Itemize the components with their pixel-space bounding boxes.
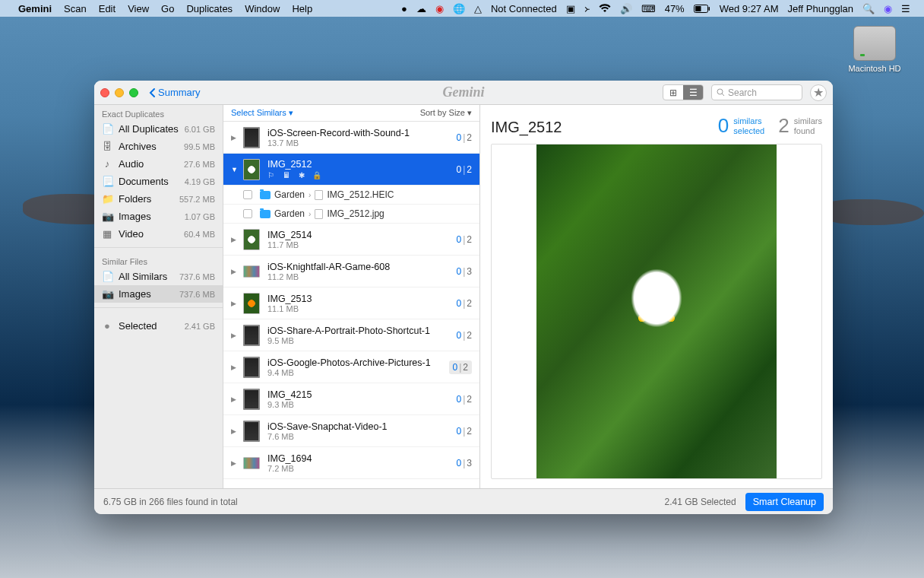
- list-row[interactable]: ▶iOS-Share-A-Portrait-Photo-Shortcut-19.…: [223, 319, 479, 351]
- sidebar-item-documents[interactable]: 📃Documents4.19 GB: [94, 173, 223, 190]
- checkbox[interactable]: [243, 190, 252, 199]
- disclosure-triangle-icon[interactable]: ▶: [231, 300, 239, 307]
- sidebar: Exact Duplicates 📄All Duplicates6.01 GB🗄…: [94, 105, 223, 488]
- sidebar-item-audio[interactable]: ♪Audio27.6 MB: [94, 155, 223, 173]
- list-row-thumbnail: [243, 357, 260, 378]
- disclosure-triangle-icon[interactable]: ▶: [231, 427, 239, 435]
- stat-found: 2 similarsfound: [778, 114, 822, 138]
- list-row[interactable]: ▶IMG_42159.3 MB0|2: [223, 383, 479, 415]
- user-label[interactable]: Jeff Phungglan: [788, 3, 854, 14]
- list-row[interactable]: ▶iOS-Knightfall-AR-Game-60811.2 MB0|3: [223, 256, 479, 287]
- list-row[interactable]: ▶IMG_251311.1 MB0|2: [223, 287, 479, 319]
- list-row-size: 11.2 MB: [267, 272, 457, 281]
- list-body[interactable]: ▶iOS-Screen-Record-with-Sound-113.7 MB0|…: [223, 122, 479, 488]
- checkbox[interactable]: [243, 209, 252, 218]
- sidebar-item-folders[interactable]: 📁Folders557.2 MB: [94, 190, 223, 208]
- list-row-count: 0|2: [457, 330, 473, 341]
- list-row-count: 0|2: [457, 164, 473, 175]
- sidebar-item-size: 557.2 MB: [179, 195, 215, 204]
- sidebar-item-size: 737.6 MB: [179, 272, 215, 281]
- sidebar-icon: 📄: [102, 271, 112, 282]
- list-row[interactable]: ▶iOS-Google-Photos-Archive-Pictures-19.4…: [223, 351, 479, 383]
- disclosure-triangle-icon[interactable]: ▼: [231, 166, 239, 173]
- list-row-thumbnail: [243, 293, 260, 314]
- subrow-folder: Garden: [274, 208, 305, 219]
- sidebar-similar-header: Similar Files: [94, 252, 223, 268]
- sort-menu[interactable]: Sort by Size ▾: [420, 108, 472, 118]
- wifi-icon[interactable]: [599, 4, 611, 13]
- sidebar-item-images[interactable]: 📷Images737.6 MB: [94, 285, 223, 303]
- folder-icon: [260, 210, 271, 218]
- search-field[interactable]: Search: [711, 84, 802, 100]
- menu-view[interactable]: View: [128, 3, 149, 14]
- airplay-icon[interactable]: ▣: [566, 3, 575, 14]
- disclosure-triangle-icon[interactable]: ▶: [231, 459, 239, 467]
- list-row-count: 0|2: [457, 234, 473, 245]
- menu-scan[interactable]: Scan: [64, 3, 87, 14]
- window-zoom-button[interactable]: [129, 88, 138, 97]
- path-separator-icon: ›: [309, 191, 311, 199]
- nord-icon[interactable]: △: [474, 3, 482, 14]
- menu-window[interactable]: Window: [245, 3, 280, 14]
- menu-app-name[interactable]: Gemini: [18, 3, 52, 14]
- disclosure-triangle-icon[interactable]: ▶: [231, 268, 239, 275]
- menu-help[interactable]: Help: [292, 3, 312, 14]
- sidebar-item-video[interactable]: ▦Video60.4 MB: [94, 225, 223, 243]
- battery-percent[interactable]: 47%: [665, 3, 685, 14]
- app-title: Gemini: [442, 84, 484, 100]
- disclosure-triangle-icon[interactable]: ▶: [231, 236, 239, 243]
- disclosure-triangle-icon[interactable]: ▶: [231, 332, 239, 339]
- item-meta-icons: ⚐ 🖩 ✱ 🔒: [267, 171, 457, 179]
- disclosure-triangle-icon[interactable]: ▶: [231, 134, 239, 141]
- list-row[interactable]: ▶IMG_251411.7 MB0|2: [223, 224, 479, 256]
- window-minimize-button[interactable]: [115, 88, 124, 97]
- favorites-button[interactable]: ★: [810, 84, 827, 101]
- sidebar-item-selected[interactable]: ● Selected 2.41 GB: [94, 317, 223, 335]
- volume-icon[interactable]: 🔊: [620, 3, 632, 14]
- sidebar-item-all-similars[interactable]: 📄All Similars737.6 MB: [94, 268, 223, 285]
- select-similars-menu[interactable]: Select Similars ▾: [231, 108, 293, 118]
- smart-cleanup-button[interactable]: Smart Cleanup: [745, 493, 824, 511]
- sidebar-icon: 🗄: [102, 141, 112, 152]
- list-view-button[interactable]: ☰: [683, 85, 703, 100]
- spotlight-icon[interactable]: 🔍: [862, 3, 875, 14]
- preview-frame[interactable]: [491, 144, 822, 479]
- clock-label[interactable]: Wed 9:27 AM: [720, 3, 779, 14]
- not-connected-label[interactable]: Not Connected: [491, 3, 557, 14]
- list-row[interactable]: ▼IMG_2512⚐ 🖩 ✱ 🔒0|2: [223, 154, 479, 186]
- sidebar-item-images[interactable]: 📷Images1.07 GB: [94, 208, 223, 225]
- list-row-size: 11.7 MB: [267, 240, 457, 249]
- back-to-summary-link[interactable]: Summary: [149, 87, 201, 98]
- list-subrow[interactable]: Garden›IMG_2512.HEIC: [223, 186, 479, 205]
- list-row[interactable]: ▶IMG_16947.2 MB0|3: [223, 447, 479, 479]
- sidebar-item-all-duplicates[interactable]: 📄All Duplicates6.01 GB: [94, 120, 223, 138]
- sidebar-exact-header: Exact Duplicates: [94, 105, 223, 120]
- window-close-button[interactable]: [100, 88, 109, 97]
- list-row-name: IMG_2513: [267, 294, 457, 304]
- preview-image: [536, 144, 777, 478]
- menu-go[interactable]: Go: [161, 3, 174, 14]
- battery-icon[interactable]: [694, 5, 710, 13]
- siri-icon[interactable]: ◉: [884, 3, 892, 14]
- globe-icon[interactable]: 🌐: [453, 3, 465, 14]
- search-placeholder: Search: [728, 87, 757, 98]
- sidebar-item-label: Documents: [119, 176, 185, 187]
- menu-edit[interactable]: Edit: [99, 3, 115, 14]
- record-icon[interactable]: ◉: [435, 3, 444, 14]
- list-subrow[interactable]: Garden›IMG_2512.jpg: [223, 205, 479, 224]
- grid-view-button[interactable]: ⊞: [663, 85, 683, 100]
- sidebar-item-label: Images: [119, 211, 185, 222]
- menu-duplicates[interactable]: Duplicates: [186, 3, 233, 14]
- notification-center-icon[interactable]: ☰: [901, 3, 910, 14]
- disclosure-triangle-icon[interactable]: ▶: [231, 395, 239, 403]
- bluetooth-icon[interactable]: ᚛: [584, 3, 590, 14]
- cloud-icon[interactable]: ☁: [416, 3, 426, 14]
- input-icon[interactable]: ⌨: [641, 3, 656, 14]
- disclosure-triangle-icon[interactable]: ▶: [231, 364, 239, 371]
- sidebar-item-archives[interactable]: 🗄Archives99.5 MB: [94, 138, 223, 155]
- desktop-macintosh-hd[interactable]: Macintosh HD: [846, 26, 903, 73]
- list-row[interactable]: ▶iOS-Screen-Record-with-Sound-113.7 MB0|…: [223, 122, 479, 154]
- list-row[interactable]: ▶iOS-Save-Snapchat-Video-17.6 MB0|2: [223, 415, 479, 447]
- gemini-window: Summary Gemini ⊞ ☰ Search ★ Exact Duplic…: [94, 81, 833, 514]
- status-dot-icon[interactable]: ●: [401, 3, 407, 14]
